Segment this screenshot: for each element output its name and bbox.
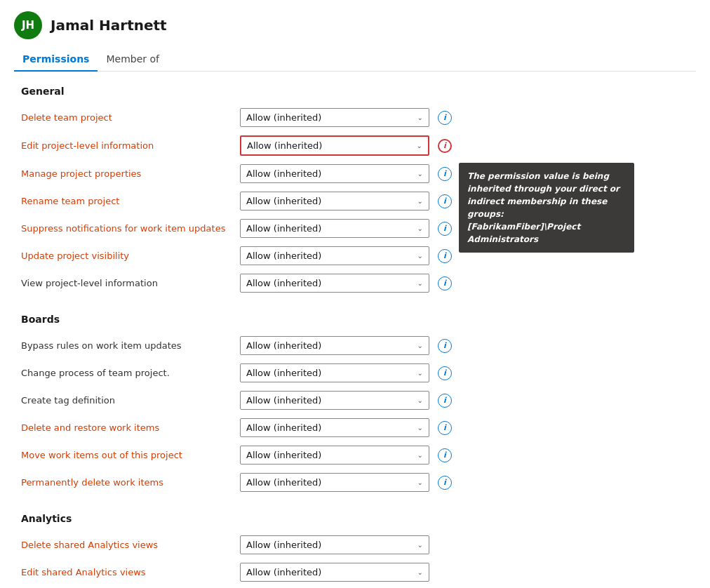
permission-select[interactable]: Allow (inherited) ⌄ bbox=[240, 274, 429, 293]
chevron-down-icon: ⌄ bbox=[417, 369, 423, 377]
info-icon[interactable]: i bbox=[438, 167, 452, 181]
permission-value: Allow (inherited) bbox=[246, 278, 321, 288]
permission-select[interactable]: Allow (inherited) ⌄ bbox=[240, 164, 429, 183]
permission-value: Allow (inherited) bbox=[246, 223, 321, 234]
table-row: Create tag definition Allow (inherited) … bbox=[21, 387, 689, 414]
permission-select[interactable]: Allow (inherited) ⌄ bbox=[240, 363, 429, 382]
permission-value: Allow (inherited) bbox=[246, 340, 321, 351]
info-icon[interactable]: i bbox=[438, 222, 452, 236]
tab-bar: Permissions Member of bbox=[14, 48, 696, 72]
permission-label: Move work items out of this project bbox=[21, 450, 232, 460]
permission-value: Allow (inherited) bbox=[246, 395, 321, 406]
chevron-down-icon: ⌄ bbox=[417, 197, 423, 205]
info-icon[interactable]: i bbox=[438, 448, 452, 462]
chevron-down-icon: ⌄ bbox=[417, 396, 423, 404]
info-icon[interactable]: i bbox=[438, 366, 452, 380]
permission-value: Allow (inherited) bbox=[246, 368, 321, 378]
permission-label: View project-level information bbox=[21, 278, 232, 288]
permission-value: Allow (inherited) bbox=[247, 140, 322, 151]
permission-select[interactable]: Allow (inherited) ⌄ bbox=[240, 336, 429, 355]
info-icon[interactable]: i bbox=[438, 339, 452, 353]
permission-value: Allow (inherited) bbox=[246, 540, 321, 550]
info-icon[interactable]: i bbox=[438, 394, 452, 408]
section-general-title: General bbox=[21, 86, 689, 97]
permission-label: Delete team project bbox=[21, 112, 232, 123]
table-row: Change process of team project. Allow (i… bbox=[21, 359, 689, 387]
avatar: JH bbox=[14, 11, 42, 39]
section-boards: Boards Bypass rules on work item updates… bbox=[21, 314, 689, 496]
table-row: Manage project properties Allow (inherit… bbox=[21, 160, 689, 187]
chevron-down-icon: ⌄ bbox=[417, 568, 423, 576]
permission-select[interactable]: Allow (inherited) ⌄ bbox=[240, 192, 429, 211]
table-row: Bypass rules on work item updates Allow … bbox=[21, 332, 689, 359]
section-analytics: Analytics Delete shared Analytics views … bbox=[21, 513, 689, 588]
permission-label: Update project visibility bbox=[21, 250, 232, 261]
info-icon[interactable]: i bbox=[438, 249, 452, 263]
table-row: Edit shared Analytics views Allow (inher… bbox=[21, 559, 689, 586]
content-area: General Delete team project Allow (inher… bbox=[14, 86, 696, 588]
permission-select[interactable]: Allow (inherited) ⌄ bbox=[240, 418, 429, 437]
permission-value: Allow (inherited) bbox=[246, 477, 321, 488]
tab-member-of[interactable]: Member of bbox=[98, 48, 168, 72]
permission-value: Allow (inherited) bbox=[246, 567, 321, 577]
table-row: Delete and restore work items Allow (inh… bbox=[21, 414, 689, 441]
chevron-down-icon: ⌄ bbox=[417, 541, 423, 549]
permission-select[interactable]: Allow (inherited) ⌄ bbox=[240, 535, 429, 554]
permission-value: Allow (inherited) bbox=[246, 168, 321, 179]
section-general: General Delete team project Allow (inher… bbox=[21, 86, 689, 297]
chevron-down-icon: ⌄ bbox=[417, 252, 423, 260]
table-row: Delete team project Allow (inherited) ⌄ … bbox=[21, 104, 689, 131]
permission-value: Allow (inherited) bbox=[246, 422, 321, 433]
table-row: Update project visibility Allow (inherit… bbox=[21, 242, 689, 269]
permission-label: Delete shared Analytics views bbox=[21, 540, 232, 550]
chevron-down-icon: ⌄ bbox=[417, 479, 423, 486]
table-row: Delete shared Analytics views Allow (inh… bbox=[21, 531, 689, 559]
chevron-down-icon: ⌄ bbox=[417, 170, 423, 178]
tab-permissions[interactable]: Permissions bbox=[14, 48, 98, 72]
section-analytics-title: Analytics bbox=[21, 513, 689, 524]
permission-label: Rename team project bbox=[21, 196, 232, 206]
permission-label: Manage project properties bbox=[21, 168, 232, 179]
permission-label: Delete and restore work items bbox=[21, 422, 232, 433]
info-icon[interactable]: i bbox=[438, 111, 452, 125]
permission-label: Bypass rules on work item updates bbox=[21, 340, 232, 351]
info-icon[interactable]: i bbox=[438, 276, 452, 290]
page-header: JH Jamal Hartnett bbox=[14, 11, 696, 39]
permission-label: Create tag definition bbox=[21, 395, 232, 406]
permission-select[interactable]: Allow (inherited) ⌄ bbox=[240, 391, 429, 410]
permission-select[interactable]: Allow (inherited) ⌄ bbox=[240, 108, 429, 127]
section-boards-title: Boards bbox=[21, 314, 689, 325]
permission-select[interactable]: Allow (inherited) ⌄ bbox=[240, 473, 429, 492]
table-row: View project-level information Allow (in… bbox=[21, 269, 689, 297]
chevron-down-icon: ⌄ bbox=[417, 424, 423, 432]
permission-select[interactable]: Allow (inherited) ⌄ bbox=[240, 135, 429, 156]
permission-label: Change process of team project. bbox=[21, 368, 232, 378]
chevron-down-icon: ⌄ bbox=[417, 342, 423, 349]
chevron-down-icon: ⌄ bbox=[417, 279, 423, 287]
permission-label: Suppress notifications for work item upd… bbox=[21, 223, 232, 234]
permission-label: Edit shared Analytics views bbox=[21, 567, 232, 577]
permission-value: Allow (inherited) bbox=[246, 112, 321, 123]
table-row: Edit project-level information Allow (in… bbox=[21, 131, 689, 160]
table-row: Permanently delete work items Allow (inh… bbox=[21, 469, 689, 496]
permission-select[interactable]: Allow (inherited) ⌄ bbox=[240, 246, 429, 265]
permission-label: Permanently delete work items bbox=[21, 477, 232, 488]
user-name: Jamal Hartnett bbox=[51, 17, 167, 34]
table-row: Rename team project Allow (inherited) ⌄ … bbox=[21, 187, 689, 215]
chevron-down-icon: ⌄ bbox=[417, 225, 423, 232]
permission-label: Edit project-level information bbox=[21, 140, 232, 151]
table-row: Move work items out of this project Allo… bbox=[21, 441, 689, 469]
info-icon[interactable]: i bbox=[438, 476, 452, 490]
chevron-down-icon: ⌄ bbox=[417, 114, 423, 121]
info-icon[interactable]: i bbox=[438, 421, 452, 435]
permission-select[interactable]: Allow (inherited) ⌄ bbox=[240, 219, 429, 238]
permission-select[interactable]: Allow (inherited) ⌄ bbox=[240, 563, 429, 582]
chevron-down-icon: ⌄ bbox=[417, 451, 423, 459]
permission-value: Allow (inherited) bbox=[246, 196, 321, 206]
permission-select[interactable]: Allow (inherited) ⌄ bbox=[240, 446, 429, 465]
permission-value: Allow (inherited) bbox=[246, 250, 321, 261]
permission-value: Allow (inherited) bbox=[246, 450, 321, 460]
info-icon[interactable]: i bbox=[438, 194, 452, 208]
chevron-down-icon: ⌄ bbox=[417, 142, 422, 149]
info-icon-highlighted[interactable]: i The permission value is being inherite… bbox=[438, 139, 452, 153]
